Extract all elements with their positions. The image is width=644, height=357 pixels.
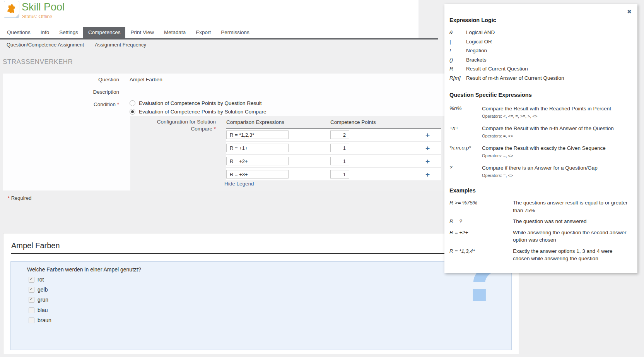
legend-item: RResult of Current Question xyxy=(449,64,629,74)
section-title: STRASSENVERKEHR xyxy=(3,58,73,66)
legend-item: ? Compare if there is an Answer for a Qu… xyxy=(449,164,629,178)
legend-item: R = +2+While answering the question the … xyxy=(449,229,629,244)
tab-export[interactable]: Export xyxy=(191,27,216,38)
expression-input[interactable] xyxy=(226,144,289,152)
title-rule xyxy=(11,253,512,254)
tab-competences[interactable]: Competences xyxy=(83,27,125,38)
skill-pool-icon xyxy=(4,1,19,18)
checkbox[interactable] xyxy=(29,287,34,293)
option-label: braun xyxy=(38,317,51,323)
radio-label: Evaluation of Competence Points by Quest… xyxy=(139,100,261,106)
legend-item: ()Brackets xyxy=(449,55,629,65)
table-row: + xyxy=(226,129,441,142)
legend-item: +n+ Compare the Result with the n-th Ans… xyxy=(449,125,629,139)
legend-item: !Negation xyxy=(449,46,629,55)
tab-print-view[interactable]: Print View xyxy=(125,27,159,38)
expression-legend-panel: ✖ Expression Logic &Logical AND |Logical… xyxy=(444,4,637,273)
tab-questions[interactable]: Questions xyxy=(2,27,36,38)
tab-underline xyxy=(0,38,438,39)
question-label: Question xyxy=(3,77,119,82)
legend-item: %n% Compare the Result with the Reached … xyxy=(449,105,629,119)
table-header: Comparison Expressions Competence Points xyxy=(226,116,441,129)
option-label: blau xyxy=(38,307,48,313)
expression-input[interactable] xyxy=(226,130,289,139)
condition-option-question-result[interactable]: Evaluation of Competence Points by Quest… xyxy=(130,100,261,106)
add-row-icon[interactable]: + xyxy=(414,171,441,178)
condition-label: Condition * xyxy=(3,101,119,107)
add-row-icon[interactable]: + xyxy=(414,158,441,165)
status-label: Status: xyxy=(22,14,37,19)
answer-option-gelb[interactable]: gelb xyxy=(29,287,48,293)
legend-section-title: Question Specific Expressions xyxy=(449,92,629,98)
legend-item: R = *1,3,4*Exactly the answer options 1,… xyxy=(449,247,629,263)
tab-settings[interactable]: Settings xyxy=(54,27,83,38)
puzzle-icon xyxy=(6,3,17,15)
legend-item: R >= %75%The questions answer result is … xyxy=(449,199,629,214)
legend-section-title: Expression Logic xyxy=(449,17,629,23)
column-header-points: Competence Points xyxy=(330,119,414,125)
page-title: Skill Pool xyxy=(22,1,65,13)
table-row: + xyxy=(226,168,441,181)
answer-option-rot[interactable]: rot xyxy=(29,276,44,283)
legend-item: R[m]Result of m-th Answer of Current Que… xyxy=(449,74,629,83)
question-value: Ampel Farben xyxy=(130,77,162,82)
points-input[interactable] xyxy=(330,157,349,165)
tab-permissions[interactable]: Permissions xyxy=(216,27,255,38)
subnav-question-competence-assignment[interactable]: Question/Competence Assignment xyxy=(7,42,84,48)
option-label: rot xyxy=(38,276,44,283)
legend-item: &Logical AND xyxy=(449,28,629,37)
checkbox[interactable] xyxy=(29,277,34,283)
preview-title: Ampel Farben xyxy=(11,241,60,250)
points-input[interactable] xyxy=(330,130,349,139)
status-value: Offline xyxy=(38,14,52,19)
checkbox[interactable] xyxy=(29,307,34,313)
examples-list: R >= %75%The questions answer result is … xyxy=(449,199,629,263)
tab-info[interactable]: Info xyxy=(36,27,55,38)
option-label: gelb xyxy=(38,287,48,293)
condition-option-solution-compare[interactable]: Evaluation of Competence Points by Solut… xyxy=(130,109,266,115)
add-row-icon[interactable]: + xyxy=(414,144,441,152)
question-preview-card: Ampel Farben ? Welche Farben werden in e… xyxy=(3,233,519,354)
question-text: Welche Farben werden in einer Ampel genu… xyxy=(27,266,141,273)
expression-input[interactable] xyxy=(226,157,289,165)
required-note: * Required xyxy=(8,195,31,201)
answer-option-gruen[interactable]: grün xyxy=(29,297,48,303)
subnav-assignment-frequency[interactable]: Assignment Frequency xyxy=(95,42,146,48)
sub-navigation: Question/Competence Assignment Assignmen… xyxy=(7,42,146,48)
status-text: Status: Offline xyxy=(22,14,52,19)
expression-logic-list: &Logical AND |Logical OR !Negation ()Bra… xyxy=(449,28,629,82)
radio-button[interactable] xyxy=(130,109,135,115)
close-icon[interactable]: ✖ xyxy=(627,9,632,15)
legend-item: *n,m,o,p* Compare the Result with exactl… xyxy=(449,144,629,158)
table-row: + xyxy=(226,142,441,155)
table-row: + xyxy=(226,155,441,168)
answer-option-braun[interactable]: braun xyxy=(29,317,51,323)
comparison-table: Comparison Expressions Competence Points… xyxy=(226,116,441,181)
answer-option-blau[interactable]: blau xyxy=(29,307,48,313)
tab-bar: Questions Info Settings Competences Prin… xyxy=(2,27,255,38)
option-label: grün xyxy=(38,297,48,303)
radio-label: Evaluation of Competence Points by Solut… xyxy=(139,109,266,115)
config-label: Configuration for Solution Compare * xyxy=(130,118,216,132)
tab-metadata[interactable]: Metadata xyxy=(159,27,191,38)
checkbox[interactable] xyxy=(29,297,34,303)
add-row-icon[interactable]: + xyxy=(414,131,441,139)
required-asterisk: * xyxy=(214,126,216,132)
required-asterisk: * xyxy=(8,195,10,201)
checkbox[interactable] xyxy=(29,318,34,323)
competence-form-panel: Question Ampel Farben Description Condit… xyxy=(3,74,519,191)
hide-legend-link[interactable]: Hide Legend xyxy=(224,181,254,187)
legend-item: R = ?The question was not answered xyxy=(449,218,629,225)
description-label: Description xyxy=(3,89,119,95)
legend-section-title: Examples xyxy=(449,187,629,194)
question-specific-list: %n% Compare the Result with the Reached … xyxy=(449,105,629,178)
radio-button[interactable] xyxy=(130,100,135,106)
fold-corner xyxy=(15,14,19,18)
legend-item: |Logical OR xyxy=(449,37,629,46)
points-input[interactable] xyxy=(330,170,349,178)
required-asterisk: * xyxy=(117,101,119,107)
points-input[interactable] xyxy=(330,144,349,152)
column-header-expressions: Comparison Expressions xyxy=(226,119,330,125)
expression-input[interactable] xyxy=(226,170,289,178)
question-box: ? Welche Farben werden in einer Ampel ge… xyxy=(10,261,512,350)
